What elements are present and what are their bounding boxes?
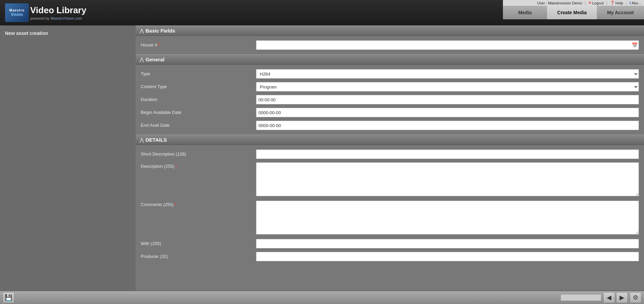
label-description: Description (255)* [141,162,256,169]
tab-my-account[interactable]: My Account [597,6,644,19]
basic-fields-form: House #* 📅 [136,36,644,54]
content-type-select[interactable]: Program Episode Movie Clip [256,82,639,92]
label-short-desc: Short Description (128) [141,149,256,157]
app-title: Video Library [30,5,86,16]
chevron-icon-details: ⋀ [140,137,143,143]
label-end-date: End Avail Date [141,121,256,128]
form-row-end-date: End Avail Date [136,119,644,132]
logout-btn[interactable]: ✕ Logout [588,1,604,5]
with-input[interactable] [256,239,639,248]
sidebar: New asset creation [0,25,136,290]
short-description-input[interactable] [256,149,639,159]
section-details: ⋀ DETAILS [136,135,644,145]
duration-input[interactable] [256,95,639,104]
help-btn[interactable]: ❓ Help [610,1,623,5]
begin-date-input[interactable] [256,108,639,117]
about-icon: ℹ [629,1,631,5]
tab-create-media[interactable]: Create Media [547,6,597,19]
label-comments: Comments (255)* [141,201,256,207]
nav-tabs: Media Create Media My Account [503,6,644,19]
chevron-icon-basic: ⋀ [140,28,143,34]
app-subtitle: powered by MaestroVision.com [30,16,86,20]
logo-area: Maestro Vision Video Library powered by … [5,3,86,22]
form-row-house: House #* 📅 [136,39,644,52]
nav-next-button[interactable]: ▶ [616,292,628,303]
about-btn[interactable]: ℹ Abo... [629,1,641,5]
user-label: User : Maestrovision Demo [537,1,582,5]
main-layout: New asset creation ⋀ Basic Fields House … [0,25,644,290]
app-header: Maestro Vision Video Library powered by … [0,0,644,25]
label-duration: Duration [141,95,256,102]
logout-icon: ✕ [588,1,591,5]
producer-input[interactable] [256,252,639,261]
form-row-producer: Producer (32) [136,250,644,263]
header-right: User : Maestrovision Demo | ✕ Logout | ❓… [503,0,644,19]
settings-button[interactable]: ⚙ [630,292,641,303]
form-row-type: Type H264 MP4 WMV AVI [136,67,644,80]
comments-textarea[interactable] [256,201,639,235]
general-form: Type H264 MP4 WMV AVI Content Type Progr… [136,65,644,135]
section-basic-fields-title: Basic Fields [145,28,175,34]
form-row-comments: Comments (255)* [136,199,644,237]
label-type: Type [141,69,256,76]
form-row-duration: Duration [136,93,644,106]
end-date-input[interactable] [256,121,639,130]
label-with: With (255) [141,239,256,246]
help-icon: ❓ [610,1,615,5]
section-basic-fields: ⋀ Basic Fields [136,25,644,36]
label-content-type: Content Type [141,82,256,89]
type-select[interactable]: H264 MP4 WMV AVI [256,69,639,79]
progress-bar [561,294,601,301]
form-row-content-type: Content Type Program Episode Movie Clip [136,80,644,93]
house-input-wrap: 📅 [256,40,639,50]
label-begin-date: Begin Available Date [141,108,256,115]
form-row-with: With (255) [136,237,644,250]
form-row-begin-date: Begin Available Date [136,106,644,119]
save-button[interactable]: 💾 [3,292,14,303]
label-house: House #* [141,40,256,47]
chevron-icon-general: ⋀ [140,57,143,62]
section-details-title: DETAILS [145,137,167,143]
label-producer: Producer (32) [141,252,256,259]
nav-prev-button[interactable]: ◀ [603,292,615,303]
user-info-bar: User : Maestrovision Demo | ✕ Logout | ❓… [503,0,644,6]
details-form: Short Description (128) Description (255… [136,145,644,266]
form-row-short-desc: Short Description (128) [136,148,644,161]
tab-media[interactable]: Media [503,6,547,19]
form-row-description: Description (255)* [136,161,644,199]
content-area: ⋀ Basic Fields House #* 📅 ⋀ General [136,25,644,290]
calendar-icon[interactable]: 📅 [632,42,638,48]
toolbar-nav-btns: ◀ ▶ [603,292,628,303]
house-input[interactable] [256,40,639,50]
bottom-toolbar: 💾 ◀ ▶ ⚙ [0,290,644,304]
description-textarea[interactable] [256,162,639,196]
section-general: ⋀ General [136,54,644,65]
powered-by-link[interactable]: MaestroVision.com [51,16,82,20]
sidebar-title: New asset creation [5,31,131,36]
section-general-title: General [145,57,164,62]
